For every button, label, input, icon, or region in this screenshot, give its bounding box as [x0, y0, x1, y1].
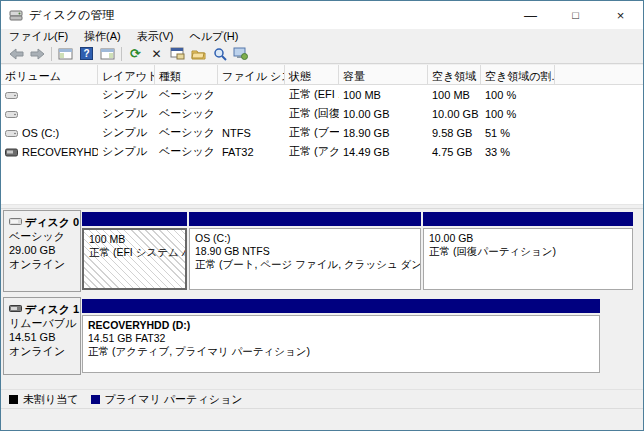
close-button[interactable]: × [598, 1, 643, 29]
toolbar-separator [51, 47, 52, 61]
menu-action[interactable]: 操作(A) [76, 29, 129, 44]
maximize-button[interactable]: □ [553, 1, 598, 29]
column-header-capacity[interactable]: 容量 [339, 65, 428, 85]
forward-icon[interactable] [27, 45, 48, 63]
table-row[interactable]: RECOVERYHDD (D:) シンプル ベーシック FAT32 正常 (アク… [1, 142, 643, 161]
toolbar-separator [121, 47, 122, 61]
disk-1-size: 14.51 GB [9, 330, 78, 344]
app-icon [9, 8, 23, 22]
legend-primary-partition: プライマリ パーティション [91, 392, 243, 407]
partition-color-strip [82, 299, 600, 313]
disk-0-label[interactable]: ディスク 0 ベーシック 29.00 GB オンライン [3, 210, 81, 292]
menu-bar: ファイル(F) 操作(A) 表示(V) ヘルプ(H) [1, 29, 643, 44]
window-title: ディスクの管理 [29, 7, 114, 24]
unallocated-swatch [9, 395, 18, 404]
back-icon[interactable] [6, 45, 27, 63]
removable-disk-icon [9, 302, 22, 316]
disk-1-status: オンライン [9, 344, 78, 358]
partition-efi[interactable]: 100 MB 正常 (EFI システム パーティション) [82, 212, 187, 290]
column-header-volume[interactable]: ボリューム [1, 65, 98, 85]
column-header-filesystem[interactable]: ファイル システム [218, 65, 285, 85]
volume-list-header: ボリューム レイアウト 種類 ファイル システム 状態 容量 空き領域 空き領域… [1, 65, 643, 85]
column-header-free-percent[interactable]: 空き領域の割... [481, 65, 555, 85]
disk-0-kind: ベーシック [9, 229, 78, 243]
disk-icon [9, 215, 22, 229]
help-icon[interactable]: ? [76, 45, 97, 63]
disk-1-label[interactable]: ディスク 1 リムーバブル 14.51 GB オンライン [3, 297, 81, 375]
console-window-icon[interactable] [55, 45, 76, 63]
column-header-layout[interactable]: レイアウト [98, 65, 155, 85]
show-console-tree-icon[interactable] [97, 45, 118, 63]
refresh-icon[interactable]: ⟳ [125, 45, 146, 63]
minimize-button[interactable]: — [508, 1, 553, 29]
menu-help[interactable]: ヘルプ(H) [181, 29, 246, 44]
partition-os-c[interactable]: OS (C:) 18.90 GB NTFS 正常 (ブート, ページ ファイル,… [189, 212, 421, 290]
status-bar [1, 408, 643, 431]
column-header-free[interactable]: 空き領域 [428, 65, 481, 85]
drive-icon [5, 109, 18, 119]
partition-recoveryhdd-d[interactable]: RECOVERYHDD (D:) 14.51 GB FAT32 正常 (アクティ… [82, 299, 600, 373]
title-bar: ディスクの管理 — □ × [1, 1, 643, 29]
column-header-filler [555, 65, 643, 85]
drive-icon [5, 90, 18, 100]
search-help-icon[interactable] [209, 45, 230, 63]
properties-icon[interactable] [167, 45, 188, 63]
legend-bar: 未割り当て プライマリ パーティション [1, 389, 643, 408]
disk-0-row: ディスク 0 ベーシック 29.00 GB オンライン 100 MB 正常 (E… [3, 210, 639, 292]
table-row[interactable]: シンプル ベーシック 正常 (EFI ... 100 MB 100 MB 100… [1, 85, 643, 104]
svg-text:?: ? [83, 48, 89, 59]
disk-1-row: ディスク 1 リムーバブル 14.51 GB オンライン RECOVERYHDD… [3, 297, 639, 375]
menu-view[interactable]: 表示(V) [129, 29, 182, 44]
table-row[interactable]: シンプル ベーシック 正常 (回復... 10.00 GB 10.00 GB 1… [1, 104, 643, 123]
disk-0-status: オンライン [9, 257, 78, 271]
primary-partition-swatch [91, 395, 100, 404]
open-icon[interactable] [188, 45, 209, 63]
menu-file[interactable]: ファイル(F) [1, 29, 76, 44]
manage-computer-icon[interactable] [230, 45, 251, 63]
disk-management-window: ディスクの管理 — □ × ファイル(F) 操作(A) 表示(V) ヘルプ(H)… [0, 0, 644, 431]
disk-1-kind: リムーバブル [9, 316, 78, 330]
delete-volume-icon[interactable]: ✕ [146, 45, 167, 63]
partition-color-strip [82, 212, 187, 226]
volume-list: ボリューム レイアウト 種類 ファイル システム 状態 容量 空き領域 空き領域… [1, 65, 643, 204]
drive-icon [5, 128, 18, 138]
table-row[interactable]: OS (C:) シンプル ベーシック NTFS 正常 (ブート... 18.90… [1, 123, 643, 142]
partition-color-strip [189, 212, 421, 226]
disk-0-size: 29.00 GB [9, 243, 78, 257]
partition-recovery[interactable]: 10.00 GB 正常 (回復パーティション) [423, 212, 633, 290]
column-header-type[interactable]: 種類 [155, 65, 218, 85]
column-header-status[interactable]: 状態 [285, 65, 339, 85]
pane-splitter[interactable] [1, 204, 643, 209]
removable-drive-icon [5, 147, 18, 157]
partition-color-strip [423, 212, 633, 226]
toolbar: ? ⟳ ✕ [1, 44, 643, 64]
legend-unallocated: 未割り当て [9, 392, 79, 407]
